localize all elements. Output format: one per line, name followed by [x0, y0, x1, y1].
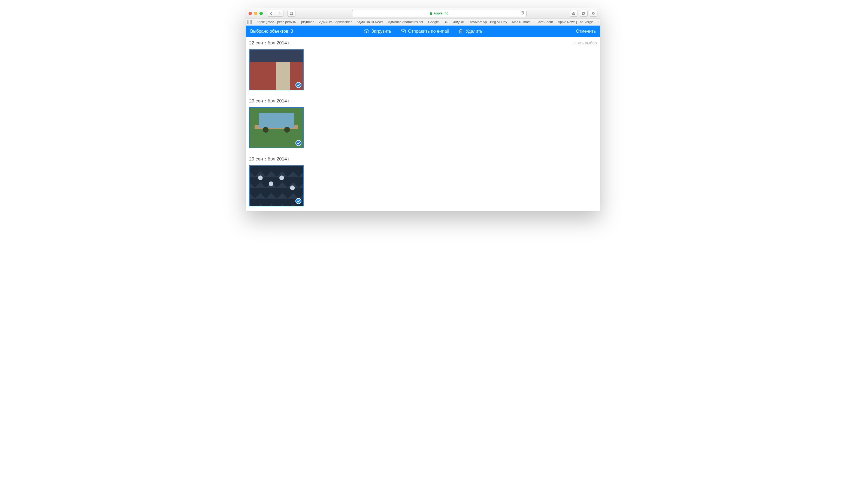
chevron-right-icon — [278, 12, 281, 15]
mail-icon — [400, 29, 406, 34]
share-icon — [572, 12, 575, 15]
forward-button[interactable] — [275, 10, 283, 17]
svg-rect-3 — [582, 13, 584, 15]
bookmark-item[interactable]: Админка AppleInsider — [317, 20, 354, 24]
window-controls — [249, 12, 263, 15]
cancel-selection-button[interactable]: Отменить — [576, 29, 596, 34]
zoom-window-button[interactable] — [260, 12, 263, 15]
bookmark-item[interactable]: Темы — [596, 20, 600, 24]
bookmark-item[interactable]: 9to5Mac: Ap…king All Day — [466, 20, 509, 24]
downloads-button[interactable] — [589, 10, 597, 17]
favorites-bar: Apple (Росс…ресс-релизы picjumbo Админка… — [246, 19, 600, 25]
bookmark-item[interactable]: Apple News | The Verge — [556, 20, 595, 24]
safari-window: Apple Inc. — [246, 8, 600, 211]
sidebar-icon — [290, 12, 293, 15]
photo-selected-badge[interactable] — [296, 198, 301, 204]
photo-grid-scroll[interactable]: 22 сентября 2014 г. Снять выбор 29 сентя… — [246, 37, 600, 211]
reload-icon — [520, 11, 524, 15]
delete-label: Удалить — [466, 29, 482, 34]
selection-count-label: Выбрано объектов: 3 — [250, 29, 293, 34]
photo-section: 22 сентября 2014 г. Снять выбор — [246, 37, 600, 95]
trash-icon — [458, 29, 464, 34]
bookmark-item[interactable]: Google — [426, 20, 441, 24]
address-label: Apple Inc. — [434, 11, 450, 15]
download-circle-icon — [592, 12, 595, 15]
section-date-label: 29 сентября 2014 г. — [249, 156, 290, 162]
back-button[interactable] — [267, 10, 275, 17]
photo-selected-badge[interactable] — [296, 140, 301, 146]
lock-icon — [429, 12, 433, 15]
photo-selected-badge[interactable] — [296, 82, 301, 88]
sidebar-toggle-button[interactable] — [287, 10, 296, 17]
download-button[interactable]: Загрузить — [364, 29, 391, 34]
bookmark-item[interactable]: Mac Rumors: … Care About — [510, 20, 555, 24]
photo-thumbnail[interactable] — [249, 165, 304, 206]
svg-rect-2 — [430, 13, 432, 15]
tabs-button[interactable] — [579, 10, 588, 17]
svg-rect-0 — [290, 12, 293, 15]
reload-button[interactable] — [520, 11, 524, 16]
section-date-label: 29 сентября 2014 г. — [249, 98, 290, 104]
bookmark-item[interactable]: Apple (Росс…ресс-релизы — [254, 20, 298, 24]
bookmark-item[interactable]: picjumbo — [299, 20, 316, 24]
share-button[interactable] — [570, 10, 578, 17]
cloud-download-icon — [364, 29, 369, 34]
download-label: Загрузить — [371, 29, 391, 34]
photo-section: 29 сентября 2014 г. — [246, 95, 600, 153]
check-icon — [297, 141, 300, 145]
photo-thumbnail[interactable] — [249, 107, 304, 148]
email-label: Отправить по e-mail — [408, 29, 448, 34]
section-date-label: 22 сентября 2014 г. — [249, 40, 290, 46]
photo-section: 29 сентября 2014 г. — [246, 153, 600, 211]
bookmark-item[interactable]: Админка AndroidInsider — [386, 20, 426, 24]
delete-button[interactable]: Удалить — [458, 29, 482, 34]
selection-toolbar: Выбрано объектов: 3 Загрузить — [246, 25, 600, 37]
bookmark-item[interactable]: ВК — [442, 20, 450, 24]
photo-thumbnail[interactable] — [249, 49, 304, 90]
address-bar[interactable]: Apple Inc. — [352, 10, 527, 17]
bookmark-item[interactable]: Админка Hi-News — [354, 20, 385, 24]
close-window-button[interactable] — [249, 12, 252, 15]
chevron-left-icon — [269, 12, 273, 15]
bookmark-item[interactable]: Яндекс — [451, 20, 466, 24]
deselect-section-button[interactable]: Снять выбор — [572, 41, 597, 45]
minimize-window-button[interactable] — [254, 12, 257, 15]
check-icon — [297, 199, 300, 203]
tabs-icon — [582, 12, 585, 15]
svg-rect-5 — [401, 30, 406, 33]
show-favorites-grid-button[interactable] — [247, 20, 251, 24]
email-button[interactable]: Отправить по e-mail — [400, 29, 448, 34]
titlebar: Apple Inc. — [246, 8, 600, 19]
check-icon — [297, 83, 300, 87]
